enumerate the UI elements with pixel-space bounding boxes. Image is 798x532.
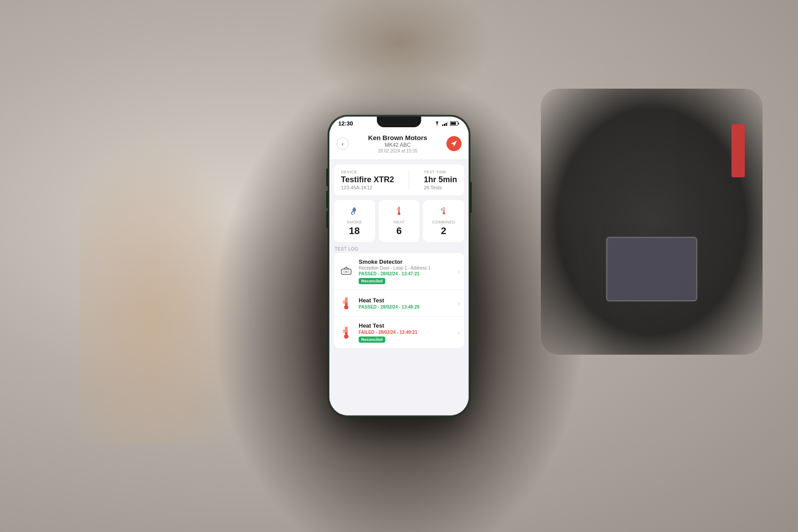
app-content: ‹ Ken Brown Motors MK42 ABC 28.02.2024 a… <box>329 129 469 415</box>
svg-point-0 <box>437 125 438 125</box>
header-center: Ken Brown Motors MK42 ABC 28.02.2024 at … <box>352 134 443 153</box>
combined-count: 2 <box>426 225 461 237</box>
test-log-item[interactable]: Heat Test FAILED - 28/02/24 - 13:49:21 R… <box>334 317 464 348</box>
phone-notch <box>377 117 421 127</box>
back-button[interactable]: ‹ <box>336 137 349 150</box>
svg-rect-2 <box>444 124 445 126</box>
test-date: 28.02.2024 at 15:35 <box>352 149 443 153</box>
svg-rect-15 <box>443 207 445 211</box>
svg-rect-26 <box>345 327 348 332</box>
svg-point-27 <box>344 334 348 339</box>
test-item-name: Heat Test <box>359 297 453 304</box>
combined-type-card[interactable]: COMBINED 2 <box>423 200 464 242</box>
svg-point-18 <box>345 271 347 273</box>
heat-test-info: Heat Test PASSED - 28/02/24 - 13:48:29 <box>359 297 453 309</box>
wifi-icon <box>434 121 440 126</box>
test-item-name: Heat Test <box>359 322 453 329</box>
test-item-status-failed: FAILED - 28/02/24 - 13:49:21 <box>359 330 453 335</box>
chevron-right-icon: › <box>458 268 460 275</box>
combined-label: COMBINED <box>426 220 461 224</box>
time-section: TEST TIME 1hr 5min 26 Tests <box>424 170 457 190</box>
signal-icon <box>442 121 448 126</box>
svg-rect-21 <box>345 297 348 303</box>
phone-device: 12:30 <box>328 115 470 417</box>
device-info-card: DEVICE Testifire XTR2 123-45A-1K12 TEST … <box>334 164 464 196</box>
smoke-detector-icon <box>338 263 354 279</box>
test-item-name: Smoke Detector <box>359 258 453 265</box>
smoke-type-icon <box>337 205 372 218</box>
test-item-status: PASSED - 28/02/24 - 13:48:29 <box>359 305 453 309</box>
status-time: 12:30 <box>338 120 353 127</box>
plate-number: MK42 ABC <box>352 142 443 148</box>
battery-icon <box>450 121 460 126</box>
svg-rect-10 <box>399 207 400 211</box>
heat-test-failed-icon <box>338 325 354 340</box>
svg-rect-7 <box>451 122 456 125</box>
reconciled-badge-2: Reconciled <box>359 336 385 343</box>
test-types-row: SMOKE 18 <box>334 200 464 242</box>
phone-wrapper: 12:30 <box>328 115 470 417</box>
test-log-label: TEST LOG <box>329 242 469 253</box>
svg-rect-4 <box>447 121 448 126</box>
smoke-count: 18 <box>337 225 372 237</box>
smoke-label: SMOKE <box>337 220 372 224</box>
camera-prop <box>541 89 763 355</box>
test-item-status-passed: PASSED - 28/02/24 - 13:47:21 <box>359 271 453 276</box>
time-label: TEST TIME <box>424 170 457 174</box>
chevron-right-icon: › <box>458 329 460 336</box>
status-icons <box>434 121 460 126</box>
heat-type-icon <box>382 205 416 218</box>
chevron-right-icon: › <box>458 300 460 307</box>
hands-area <box>80 133 257 443</box>
reconciled-badge: Reconciled <box>359 278 385 284</box>
svg-rect-3 <box>446 123 447 126</box>
svg-point-14 <box>442 212 445 215</box>
device-name: Testifire XTR2 <box>341 175 394 184</box>
app-header: ‹ Ken Brown Motors MK42 ABC 28.02.2024 a… <box>329 129 469 160</box>
info-divider <box>409 170 409 190</box>
device-section: DEVICE Testifire XTR2 123-45A-1K12 <box>341 170 394 190</box>
phone-screen: 12:30 <box>329 117 469 415</box>
svg-point-9 <box>398 212 400 215</box>
send-button[interactable] <box>446 136 462 151</box>
smoke-detector-info: Smoke Detector Reception Door - Loop 1 -… <box>359 258 453 284</box>
heat-test-icon <box>338 295 354 311</box>
company-name: Ken Brown Motors <box>352 134 443 141</box>
test-log-card: Smoke Detector Reception Door - Loop 1 -… <box>334 253 464 348</box>
heat-type-card[interactable]: HEAT 6 <box>379 200 420 242</box>
svg-rect-6 <box>458 123 459 125</box>
device-serial: 123-45A-1K12 <box>341 185 394 190</box>
svg-rect-1 <box>442 125 443 126</box>
device-label: DEVICE <box>341 170 394 174</box>
heat-label: HEAT <box>382 220 416 224</box>
tests-count: 26 Tests <box>424 185 457 190</box>
test-log-item[interactable]: Smoke Detector Reception Door - Loop 1 -… <box>334 253 464 290</box>
test-log-item[interactable]: Heat Test PASSED - 28/02/24 - 13:48:29 › <box>334 290 464 317</box>
combined-type-icon <box>426 205 461 218</box>
heat-test-failed-info: Heat Test FAILED - 28/02/24 - 13:49:21 R… <box>359 322 453 343</box>
smoke-type-card[interactable]: SMOKE 18 <box>334 200 375 242</box>
test-item-location: Reception Door - Loop 1 - Address 1 <box>359 266 453 270</box>
heat-count: 6 <box>382 225 416 237</box>
send-icon <box>450 140 458 147</box>
time-value: 1hr 5min <box>424 175 457 184</box>
svg-point-22 <box>344 305 348 309</box>
